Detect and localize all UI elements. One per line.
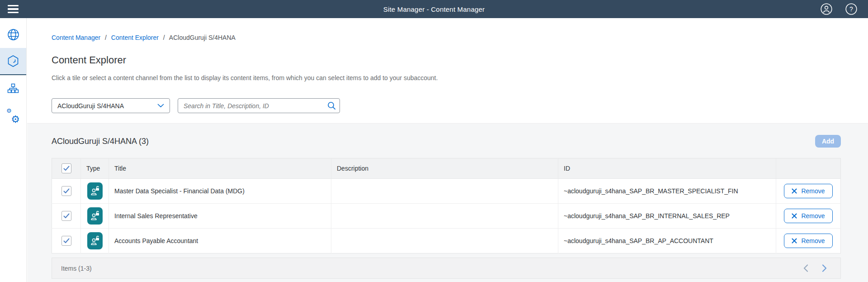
shell-bar: Site Manager - Content Manager ? — [0, 0, 868, 18]
content-channel-select[interactable]: ACloudGuruji S/4HANA — [52, 98, 170, 113]
chevron-right-icon — [822, 264, 827, 272]
row-checkbox[interactable] — [61, 186, 71, 196]
content-items-panel: ACloudGuruji S/4HANA (3) Add Typ — [27, 123, 868, 282]
cell-id: ~acloudguruji_s4hana_SAP_BR_AP_ACCOUNTAN… — [558, 229, 776, 253]
sidebar-item-sitemap[interactable] — [0, 75, 26, 102]
breadcrumb-separator: / — [105, 34, 107, 41]
breadcrumb-separator: / — [163, 34, 165, 41]
sidebar-item-content-manager[interactable] — [0, 48, 26, 75]
role-person-lock-icon — [87, 232, 103, 249]
account-icon[interactable] — [821, 3, 832, 15]
select-all-checkbox[interactable] — [61, 163, 71, 173]
role-person-lock-icon — [87, 207, 103, 225]
table-row: Master Data Specialist - Financial Data … — [52, 179, 841, 204]
breadcrumb: Content Manager / Content Explorer / ACl… — [52, 34, 236, 41]
chevron-left-icon — [803, 264, 808, 272]
table-footer: Items (1-3) — [52, 258, 841, 279]
close-icon — [792, 213, 797, 219]
page-title: Content Explorer — [52, 54, 126, 66]
chevron-down-icon — [157, 104, 164, 108]
pagination — [802, 263, 828, 273]
hexagon-box-icon — [7, 55, 19, 67]
items-count-label: Items (1-3) — [61, 265, 92, 272]
sidebar-item-globe[interactable] — [0, 21, 26, 48]
content-channel-select-value: ACloudGuruji S/4HANA — [57, 102, 124, 110]
breadcrumb-content-manager[interactable]: Content Manager — [52, 34, 100, 41]
remove-button[interactable]: Remove — [784, 234, 832, 248]
cell-description — [331, 204, 558, 229]
close-icon — [792, 238, 797, 244]
search-box — [178, 98, 340, 113]
globe-icon — [7, 29, 19, 41]
help-icon[interactable]: ? — [845, 3, 857, 15]
table-header-row: Type Title Description ID — [52, 158, 841, 179]
breadcrumb-content-explorer[interactable]: Content Explorer — [111, 34, 159, 41]
role-person-lock-icon — [87, 182, 103, 200]
site-manager-app: Site Manager - Content Manager ? — [0, 0, 868, 282]
cell-title: Internal Sales Representative — [109, 204, 331, 229]
remove-button-label: Remove — [801, 237, 825, 244]
table-row: Accounts Payable Accountant ~acloudguruj… — [52, 229, 841, 253]
previous-page-button[interactable] — [802, 263, 809, 273]
cell-id: ~acloudguruji_s4hana_SAP_BR_MASTER_SPECI… — [558, 179, 776, 204]
add-button[interactable]: Add — [815, 135, 841, 148]
app-title: Site Manager - Content Manager — [0, 0, 868, 18]
search-icon[interactable] — [327, 101, 336, 112]
remove-button[interactable]: Remove — [784, 184, 832, 198]
section-header: ACloudGuruji S/4HANA (3) Add — [52, 134, 841, 148]
content-items-table: Type Title Description ID — [52, 158, 841, 253]
close-icon — [792, 188, 797, 194]
column-header-id: ID — [558, 158, 776, 179]
breadcrumb-current: ACloudGuruji S/4HANA — [169, 34, 236, 41]
column-header-actions — [776, 158, 841, 179]
cell-id: ~acloudguruji_s4hana_SAP_BR_INTERNAL_SAL… — [558, 204, 776, 229]
cell-description — [331, 229, 558, 253]
page-description: Click a tile or select a content channel… — [52, 74, 438, 81]
column-header-title: Title — [109, 158, 331, 179]
remove-button-label: Remove — [801, 212, 825, 220]
filter-toolbar: ACloudGuruji S/4HANA — [52, 98, 340, 113]
cell-title: Accounts Payable Accountant — [109, 229, 331, 253]
side-navigation: ⚙ ⚙ — [0, 18, 27, 282]
content-area: Content Manager / Content Explorer / ACl… — [27, 18, 868, 282]
sidebar-item-settings[interactable]: ⚙ ⚙ — [0, 102, 26, 129]
row-checkbox[interactable] — [61, 211, 71, 221]
cell-description — [331, 179, 558, 204]
column-header-description: Description — [331, 158, 558, 179]
sitemap-icon — [7, 83, 19, 95]
cell-title: Master Data Specialist - Financial Data … — [109, 179, 331, 204]
table-row: Internal Sales Representative ~acloudgur… — [52, 204, 841, 229]
search-input[interactable] — [178, 98, 340, 113]
column-header-type: Type — [81, 158, 109, 179]
shell-actions: ? — [821, 0, 857, 18]
next-page-button[interactable] — [821, 263, 828, 273]
remove-button-label: Remove — [801, 187, 825, 195]
row-checkbox[interactable] — [61, 236, 71, 246]
svg-text:?: ? — [849, 5, 853, 13]
remove-button[interactable]: Remove — [784, 209, 832, 223]
section-title: ACloudGuruji S/4HANA (3) — [52, 137, 149, 146]
settings-gears-icon: ⚙ ⚙ — [7, 110, 19, 122]
